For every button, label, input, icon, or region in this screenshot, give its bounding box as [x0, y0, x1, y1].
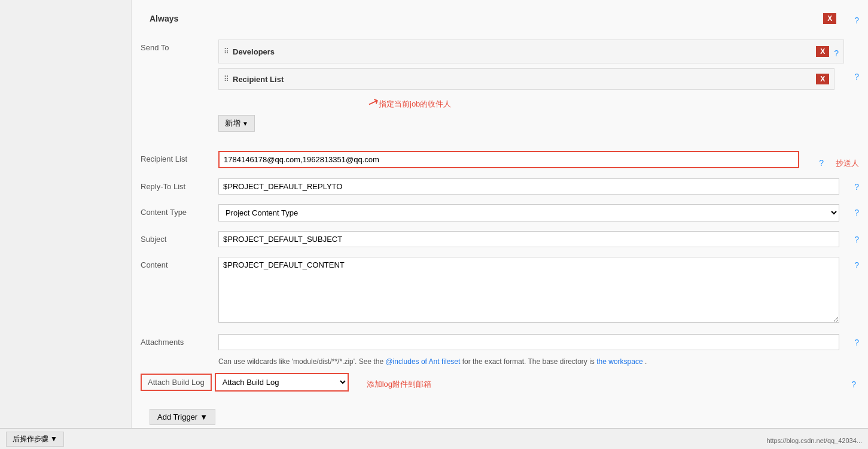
new-add-label: 新增 [225, 118, 240, 129]
reply-to-row: Reply-To List ? [141, 176, 859, 197]
attach-build-log-select-box: Attach Build Log No Compress Build Log [215, 373, 349, 392]
subject-label: Subject [141, 231, 218, 244]
recipient-list-help-icon[interactable]: ? [854, 68, 859, 81]
new-add-arrow: ▼ [242, 120, 248, 127]
attach-build-log-help-icon[interactable]: ? [851, 376, 856, 389]
subject-help-icon[interactable]: ? [854, 231, 859, 244]
hint-part2: for the exact format. The base directory… [462, 357, 597, 366]
attachments-field [218, 334, 839, 350]
ant-fileset-link[interactable]: @includes of Ant fileset [385, 357, 460, 366]
content-help-icon[interactable]: ? [854, 257, 859, 270]
developers-x-button[interactable]: X [816, 46, 829, 57]
developers-help-icon[interactable]: ? [834, 45, 839, 58]
content-type-select[interactable]: Project Content Type HTML Text [218, 204, 839, 222]
attachments-hint: Can use wildcards like 'module/dist/**/*… [218, 357, 844, 366]
subject-field [218, 231, 839, 247]
recipient-list-container: ⠿ Recipient List X ? [218, 68, 859, 95]
bottom-trigger-button[interactable]: 后操作步骤 ▼ [6, 432, 64, 447]
new-add-container: 新增 ▼ [218, 115, 859, 136]
reply-to-field [218, 178, 839, 195]
add-trigger-button[interactable]: Add Trigger ▼ [150, 409, 215, 425]
content-textarea[interactable]: $PROJECT_DEFAULT_CONTENT [218, 257, 839, 323]
recipient-list-input-label: Recipient List [141, 151, 218, 163]
recipient-list-x-button[interactable]: X [816, 74, 829, 84]
attach-build-log-select[interactable]: Attach Build Log No Compress Build Log [216, 374, 348, 390]
workspace-link[interactable]: the workspace [596, 357, 642, 366]
content-area: Always X ? Send To ⠿ Developers X ? [132, 0, 868, 428]
hint-part3: . [645, 357, 647, 366]
attachments-row: Attachments ? [141, 332, 859, 353]
recipient-annotation-text: 指定当前job的收件人 [379, 95, 451, 110]
main-container: Always X ? Send To ⠿ Developers X ? [0, 0, 868, 449]
recipient-annotation: ↙ 指定当前job的收件人 [368, 95, 451, 110]
hint-part1: Can use wildcards like 'module/dist/**/*… [218, 357, 385, 366]
always-help-icon[interactable]: ? [854, 12, 859, 25]
attachments-label: Attachments [141, 334, 218, 347]
add-trigger-arrow: ▼ [200, 412, 208, 421]
attachments-input[interactable] [218, 334, 839, 350]
attach-build-log-row: Attach Build Log Attach Build Log No Com… [141, 371, 859, 394]
developers-box: ⠿ Developers X ? [218, 40, 844, 63]
reply-to-help-icon[interactable]: ? [854, 178, 859, 192]
content-type-help-icon[interactable]: ? [854, 204, 859, 217]
send-to-row: Send To ⠿ Developers X ? ⠿ Recipient Lis… [141, 37, 859, 144]
recipient-list-title: Recipient List [233, 75, 816, 84]
content-type-field: Project Content Type HTML Text [218, 204, 839, 222]
recipient-annotation-container: ↙ 指定当前job的收件人 [218, 95, 859, 110]
bottom-label: 后操作步骤 [13, 434, 48, 444]
content-field: $PROJECT_DEFAULT_CONTENT [218, 257, 839, 324]
recipient-list-input-row: Recipient List ? 抄送人 [141, 148, 859, 171]
subject-row: Subject ? [141, 229, 859, 250]
bottom-bar: 后操作步骤 ▼ https://blog.csdn.net/qq_42034..… [0, 428, 868, 449]
content-type-row: Content Type Project Content Type HTML T… [141, 202, 859, 224]
content-row: Content $PROJECT_DEFAULT_CONTENT ? [141, 254, 859, 327]
bottom-arrow: ▼ [50, 435, 57, 443]
always-x-button[interactable]: X [823, 13, 836, 24]
left-sidebar [0, 0, 132, 449]
recipient-dots-icon: ⠿ [224, 75, 229, 83]
subject-input[interactable] [218, 231, 839, 247]
attach-build-log-label: Attach Build Log [141, 374, 212, 391]
form-section: Send To ⠿ Developers X ? ⠿ Recipient Lis… [132, 34, 868, 403]
recipient-list-input-help: ? 抄送人 [819, 151, 859, 169]
bottom-url: https://blog.csdn.net/qq_42034... [766, 437, 862, 444]
cc-annotation: 抄送人 [836, 154, 859, 169]
build-log-annotation: 添加log附件到邮箱 [367, 375, 431, 390]
recipient-help-icon[interactable]: ? [819, 154, 824, 168]
recipient-list-input-field [218, 151, 799, 168]
content-type-label: Content Type [141, 204, 218, 217]
dots-icon: ⠿ [224, 47, 229, 56]
developers-title: Developers [233, 47, 816, 56]
recipient-list-input[interactable] [218, 151, 799, 168]
reply-to-input[interactable] [218, 178, 839, 195]
attachments-help-icon[interactable]: ? [854, 334, 859, 347]
send-to-label: Send To [141, 40, 218, 52]
content-label: Content [141, 257, 218, 269]
add-trigger-label: Add Trigger [157, 412, 197, 421]
add-trigger-container: Add Trigger ▼ [132, 403, 868, 428]
new-add-button[interactable]: 新增 ▼ [218, 115, 255, 132]
bottom-bar-content: 后操作步骤 ▼ [6, 432, 67, 447]
always-label: Always [141, 9, 187, 28]
recipient-list-box: ⠿ Recipient List X [218, 68, 835, 90]
reply-to-label: Reply-To List [141, 178, 218, 191]
always-row: Always X ? [132, 6, 868, 31]
